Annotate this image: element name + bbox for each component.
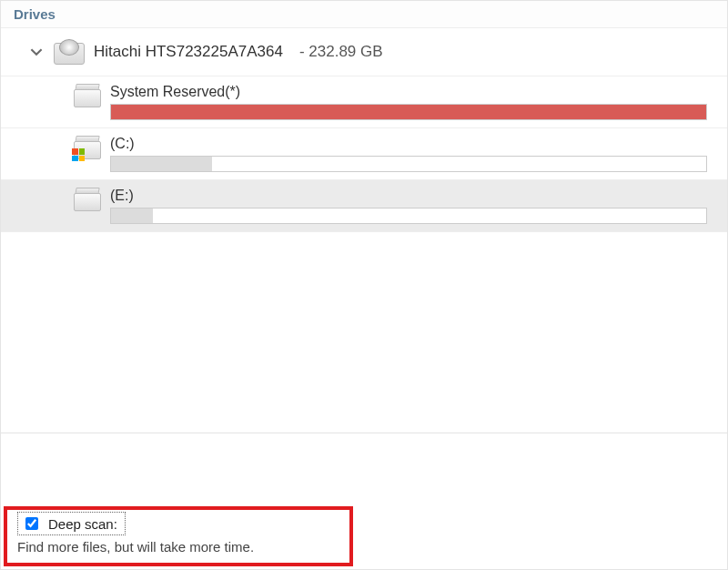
usage-fill <box>111 157 212 171</box>
partition-label: (C:) <box>110 136 707 156</box>
partition-label: System Reserved(*) <box>110 84 707 104</box>
usage-bar <box>110 156 707 172</box>
volume-icon <box>74 84 101 107</box>
deepscan-description: Find more files, but will take more time… <box>17 539 711 555</box>
usage-fill <box>111 209 153 223</box>
hdd-icon <box>54 39 85 65</box>
deepscan-label: Deep scan: <box>48 516 117 532</box>
partition-row[interactable]: System Reserved(*) <box>1 76 727 128</box>
usage-bar <box>110 208 707 224</box>
drive-name: Hitachi HTS723225A7A364 <box>94 43 283 61</box>
drive-row[interactable]: Hitachi HTS723225A7A364 - 232.89 GB <box>1 27 727 76</box>
footer: Deep scan: Find more files, but will tak… <box>1 501 727 569</box>
empty-area <box>1 232 727 433</box>
chevron-down-icon[interactable] <box>28 44 45 60</box>
volume-icon <box>74 136 101 159</box>
drives-header: Drives <box>1 1 727 27</box>
partition-row[interactable]: (E:) <box>1 180 727 232</box>
volume-icon <box>74 188 101 211</box>
partition-label: (E:) <box>110 188 707 208</box>
drives-tab-label: Drives <box>14 6 56 22</box>
deepscan-option[interactable]: Deep scan: <box>17 512 126 535</box>
partition-list: System Reserved(*)(C:)(E:) <box>1 76 727 232</box>
usage-fill <box>111 105 706 119</box>
usage-bar <box>110 104 707 120</box>
drives-panel: Drives Hitachi HTS723225A7A364 - 232.89 … <box>0 0 728 570</box>
deepscan-checkbox[interactable] <box>25 517 38 530</box>
drive-size: - 232.89 GB <box>299 43 383 61</box>
partition-row[interactable]: (C:) <box>1 128 727 180</box>
